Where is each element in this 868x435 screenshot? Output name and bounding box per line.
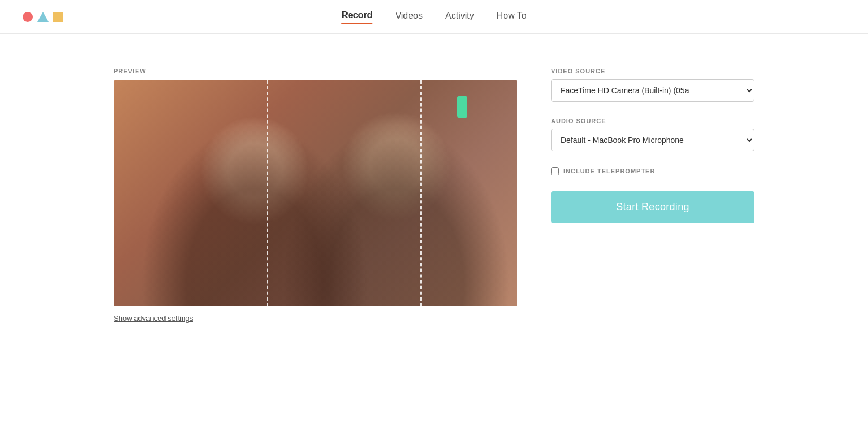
teleprompter-checkbox[interactable]: [551, 167, 559, 175]
nav-videos[interactable]: Videos: [395, 11, 423, 23]
audio-source-label: AUDIO SOURCE: [551, 118, 754, 124]
preview-container: [114, 80, 517, 306]
main-content: PREVIEW Show advanced settings VIDEO SOU…: [0, 34, 868, 323]
nav-howto[interactable]: How To: [497, 11, 527, 23]
dashed-line-right: [420, 80, 422, 306]
logo-circle-icon: [23, 12, 33, 22]
video-source-group: VIDEO SOURCE FaceTime HD Camera (Built-i…: [551, 68, 754, 102]
nav-record[interactable]: Record: [341, 10, 372, 24]
preview-label: PREVIEW: [114, 68, 517, 75]
people-overlay: [114, 80, 517, 306]
audio-source-select[interactable]: Default - MacBook Pro Microphone MacBook…: [551, 129, 754, 151]
logo-square-icon: [53, 12, 63, 22]
dashed-line-left: [267, 80, 268, 306]
start-recording-button[interactable]: Start Recording: [551, 191, 754, 223]
logo-triangle-icon: [37, 12, 49, 22]
controls-section: VIDEO SOURCE FaceTime HD Camera (Built-i…: [551, 68, 754, 323]
video-source-select[interactable]: FaceTime HD Camera (Built-in) (05a FaceT…: [551, 79, 754, 102]
header: Record Videos Activity How To: [0, 0, 868, 34]
green-indicator: [457, 96, 467, 118]
logo: [23, 12, 63, 22]
main-nav: Record Videos Activity How To: [341, 10, 527, 24]
audio-source-group: AUDIO SOURCE Default - MacBook Pro Micro…: [551, 118, 754, 151]
nav-activity[interactable]: Activity: [445, 11, 474, 23]
teleprompter-row: INCLUDE TELEPROMPTER: [551, 167, 754, 175]
video-source-label: VIDEO SOURCE: [551, 68, 754, 75]
teleprompter-label: INCLUDE TELEPROMPTER: [563, 168, 655, 175]
preview-section: PREVIEW Show advanced settings: [114, 68, 517, 323]
show-advanced-settings-link[interactable]: Show advanced settings: [114, 314, 517, 323]
